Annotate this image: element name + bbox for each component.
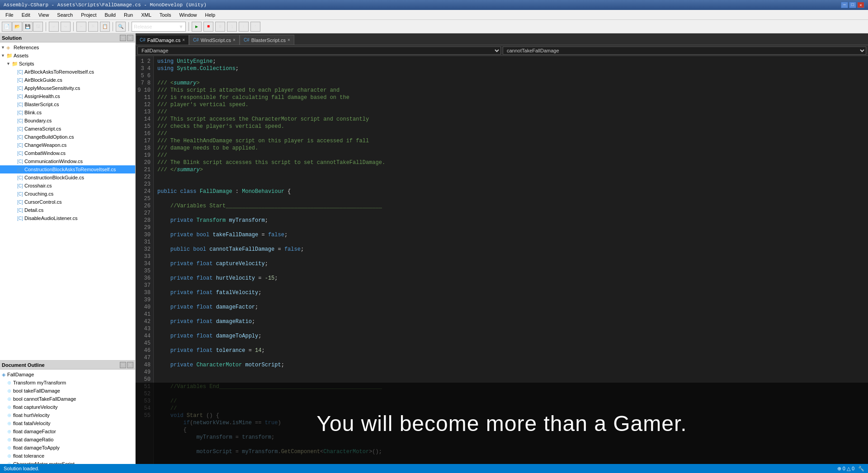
outline-item[interactable]: ⊕float hurtVelocity	[0, 411, 135, 419]
pause-button[interactable]: ⏸	[215, 22, 225, 32]
outline-item[interactable]: ⊕Transform myTransform	[0, 379, 135, 387]
menu-help[interactable]: Help	[202, 11, 219, 19]
menu-window[interactable]: Window	[175, 11, 200, 19]
overlay: You will become more than a Gamer.	[136, 383, 868, 464]
tree-item[interactable]: [C]Detail.cs	[0, 206, 135, 214]
tree-item[interactable]: [C]Boundary.cs	[0, 117, 135, 125]
outline-item[interactable]: ⊕float captureVelocity	[0, 403, 135, 411]
tree-item-label: AssignHealth.cs	[24, 94, 60, 99]
separator-2	[73, 22, 74, 31]
solution-panel-minimize[interactable]: ×	[127, 35, 133, 41]
tree-item[interactable]: [C]AssignHealth.cs	[0, 92, 135, 100]
tab-windscript-close[interactable]: ×	[233, 37, 236, 42]
cut-button[interactable]: ✂	[76, 22, 86, 32]
tree-item[interactable]: [C]ApplyMouseSensitivity.cs	[0, 84, 135, 92]
outline-item-label: CharacterMotor motorScript	[13, 461, 75, 464]
outline-item[interactable]: ◈FallDamage	[0, 370, 135, 379]
tree-item[interactable]: [C]ChangeBuildOption.cs	[0, 133, 135, 141]
outline-item-label: FallDamage	[7, 372, 34, 377]
tree-item[interactable]: [C]CombatWindow.cs	[0, 149, 135, 157]
solution-panel-header: Solution ─ ×	[0, 33, 135, 42]
outline-panel-minimize[interactable]: ×	[127, 362, 133, 368]
filepath-left-select[interactable]: FallDamage	[137, 47, 501, 55]
undo-button[interactable]: ↩	[49, 22, 59, 32]
folder-icon: 📁	[12, 61, 19, 67]
tree-item[interactable]: [C]Crosshair.cs	[0, 182, 135, 190]
tree-spacer	[0, 222, 135, 313]
tree-item[interactable]: [C]Crouching.cs	[0, 190, 135, 198]
step-over-button[interactable]: ⤵	[227, 22, 237, 32]
outline-title: Document Outline	[2, 362, 45, 368]
separator-4	[128, 22, 129, 31]
new-file-button[interactable]: 📄	[2, 22, 12, 32]
tree-item[interactable]: [C]CommunicationWindow.cs	[0, 157, 135, 165]
menu-xml[interactable]: XML	[137, 11, 155, 19]
outline-item[interactable]: ⊕CharacterMotor motorScript	[0, 460, 135, 464]
tab-blasterscript[interactable]: C# BlasterScript.cs ×	[240, 35, 294, 45]
run-button[interactable]: ▶	[192, 22, 202, 32]
solution-tree: ▼◈References▼📁Assets▼📁Scripts[C]AirBlock…	[0, 42, 135, 360]
outline-icon: ⊕	[7, 396, 11, 402]
menu-search[interactable]: Search	[53, 11, 76, 19]
tab-falldamage-close[interactable]: ×	[182, 37, 185, 42]
tree-item[interactable]: ▼◈References	[0, 43, 135, 52]
step-in-button[interactable]: ↓	[239, 22, 249, 32]
tab-windscript[interactable]: C# WindScript.cs ×	[189, 35, 240, 45]
save-all-button[interactable]: 🖫	[33, 22, 43, 32]
outline-item[interactable]: ⊕bool cannotTakeFallDamage	[0, 395, 135, 403]
stop-button[interactable]: ■	[203, 22, 213, 32]
menu-run[interactable]: Run	[120, 11, 137, 19]
outline-icon: ⊕	[7, 445, 11, 451]
menu-edit[interactable]: Edit	[18, 11, 34, 19]
cs-file-icon: [C]	[17, 151, 24, 156]
outline-item[interactable]: ⊕float tolerance	[0, 452, 135, 460]
tree-item[interactable]: [C]AirBlockGuide.cs	[0, 76, 135, 84]
paste-button[interactable]: 📋	[100, 22, 110, 32]
menu-view[interactable]: View	[35, 11, 53, 19]
tree-item-label: AirBlockAsksToRemoveItself.cs	[24, 69, 94, 75]
menu-project[interactable]: Project	[77, 11, 100, 19]
filepath-right-select[interactable]: cannotTakeFallDamage	[503, 47, 866, 55]
menu-file[interactable]: File	[2, 11, 17, 19]
redo-button[interactable]: ↪	[61, 22, 71, 32]
cs-file-icon: [C]	[17, 159, 24, 164]
tab-falldamage[interactable]: C# FallDamage.cs ×	[136, 35, 189, 45]
step-out-button[interactable]: ↑	[250, 22, 260, 32]
tree-item[interactable]: [C]ConstructionBlockAsksToRemoveItself.c…	[0, 165, 135, 173]
solution-panel-close[interactable]: ─	[120, 35, 126, 41]
outline-item[interactable]: ⊕float damageToApply	[0, 444, 135, 452]
outline-item[interactable]: ⊕float damageRatio	[0, 436, 135, 444]
copy-button[interactable]: ⎘	[88, 22, 98, 32]
tree-item-label: CameraScript.cs	[24, 126, 61, 131]
tree-item[interactable]: [C]ConstructionBlockGuide.cs	[0, 173, 135, 182]
tab-blasterscript-close[interactable]: ×	[288, 37, 290, 42]
close-button[interactable]: ✕	[857, 2, 864, 8]
tree-item[interactable]: [C]CameraScript.cs	[0, 125, 135, 133]
maximize-button[interactable]: □	[849, 2, 856, 8]
outline-item[interactable]: ⊕float damageFactor	[0, 427, 135, 436]
menu-tools[interactable]: Tools	[156, 11, 175, 19]
outline-panel-close[interactable]: ─	[120, 362, 126, 368]
minimize-button[interactable]: ─	[841, 2, 848, 8]
tree-item[interactable]: [C]ChangeWeapon.cs	[0, 141, 135, 149]
tree-item[interactable]: ▼📁Scripts	[0, 60, 135, 68]
release-dropdown[interactable]: Release ▼	[132, 22, 186, 32]
outline-item[interactable]: ⊕bool takeFallDamage	[0, 387, 135, 395]
tree-item-label: BlasterScript.cs	[24, 102, 59, 107]
tree-item-label: ConstructionBlockAsksToRemoveItself.cs	[24, 167, 116, 172]
find-button[interactable]: 🔍	[116, 22, 126, 32]
tree-item[interactable]: [C]CursorControl.cs	[0, 198, 135, 206]
menu-build[interactable]: Build	[101, 11, 119, 19]
tree-item[interactable]: [C]Blink.cs	[0, 108, 135, 117]
tree-item-label: AirBlockGuide.cs	[24, 77, 62, 83]
save-button[interactable]: 💾	[23, 22, 33, 32]
tree-item[interactable]: ▼📁Assets	[0, 52, 135, 60]
tree-item[interactable]: [C]DisableAudioListener.cs	[0, 214, 135, 222]
outline-item[interactable]: ⊕float fatalVelocity	[0, 419, 135, 427]
cs-file-icon: [C]	[17, 94, 24, 99]
tree-item[interactable]: [C]AirBlockAsksToRemoveItself.cs	[0, 68, 135, 76]
tree-arrow: ▼	[1, 53, 6, 58]
tree-item[interactable]: [C]BlasterScript.cs	[0, 100, 135, 108]
code-editor: 1 2 3 4 5 6 7 8 9 10 11 12 13 14 15 16 1…	[136, 56, 868, 464]
open-button[interactable]: 📂	[12, 22, 22, 32]
